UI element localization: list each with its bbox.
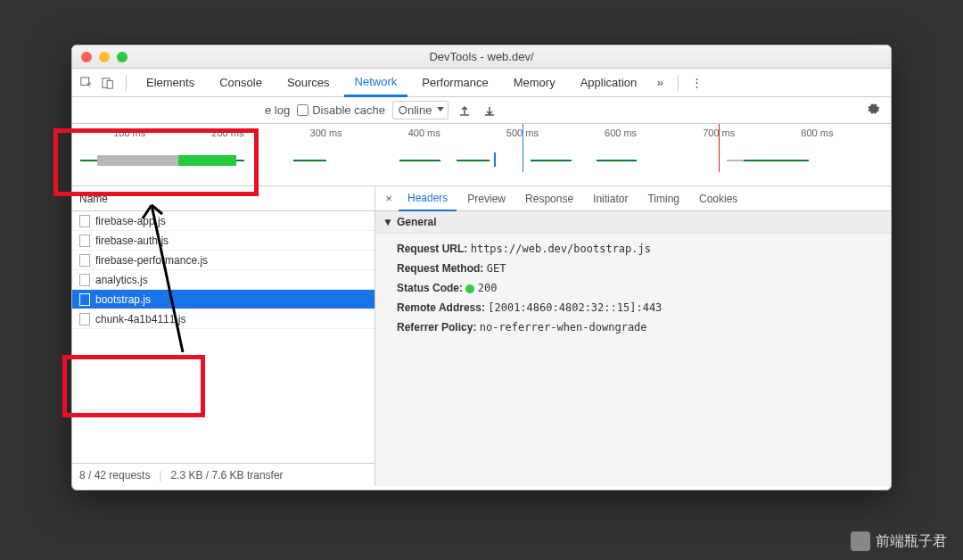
timeline-overview[interactable]: 100 ms 200 ms 300 ms 400 ms 500 ms 600 m…	[72, 124, 891, 186]
watermark: 前端瓶子君	[851, 531, 947, 551]
detail-tab-timing[interactable]: Timing	[638, 186, 688, 211]
network-toolbar: e log Disable cache Online	[72, 97, 891, 124]
disclosure-triangle-icon: ▼	[383, 216, 393, 228]
chevron-down-icon	[437, 107, 444, 111]
divider	[126, 75, 127, 91]
settings-gear-icon[interactable]	[866, 102, 884, 119]
load-marker	[523, 124, 523, 172]
timing-bar	[178, 155, 235, 166]
detail-panel: × Headers Preview Response Initiator Tim…	[375, 186, 891, 486]
wechat-icon	[851, 531, 870, 551]
dom-marker	[719, 124, 720, 172]
detail-tab-initiator[interactable]: Initiator	[584, 186, 637, 211]
headers-body: ▼General Request URL: https://web.dev/bo…	[375, 211, 891, 486]
devtools-tabs: Elements Console Sources Network Perform…	[72, 69, 891, 97]
request-row[interactable]: chunk-4a1b4111.js	[72, 309, 374, 329]
preserve-log-label: e log	[265, 103, 290, 117]
detail-tabs: × Headers Preview Response Initiator Tim…	[375, 186, 891, 211]
svg-rect-2	[107, 80, 112, 88]
header-row: Request Method: GET	[384, 259, 882, 278]
request-list: firebase-app.js firebase-auth.js firebas…	[72, 211, 374, 463]
file-icon	[79, 293, 90, 306]
request-row[interactable]: firebase-app.js	[72, 211, 374, 231]
detail-tab-cookies[interactable]: Cookies	[690, 186, 746, 211]
download-icon[interactable]	[481, 102, 498, 119]
header-row: Status Code: 200	[384, 278, 882, 298]
request-row[interactable]: bootstrap.js	[72, 290, 374, 309]
devtools-window: DevTools - web.dev/ Elements Console Sou…	[71, 45, 892, 490]
file-icon	[79, 215, 90, 227]
file-icon	[79, 254, 90, 267]
header-row: Referrer Policy: no-referrer-when-downgr…	[384, 317, 882, 337]
window-title: DevTools - web.dev/	[72, 50, 891, 63]
timeline-bars	[72, 145, 891, 172]
detail-tab-preview[interactable]: Preview	[458, 186, 514, 211]
disable-cache-checkbox[interactable]: Disable cache	[297, 103, 385, 117]
general-section-header[interactable]: ▼General	[375, 211, 891, 234]
request-row[interactable]: analytics.js	[72, 270, 374, 290]
content-area: Name firebase-app.js firebase-auth.js fi…	[72, 186, 891, 486]
file-icon	[79, 313, 90, 325]
request-list-panel: Name firebase-app.js firebase-auth.js fi…	[72, 186, 375, 486]
timing-bar	[97, 155, 179, 166]
detail-tab-response[interactable]: Response	[516, 186, 582, 211]
inspect-icon[interactable]	[78, 74, 95, 92]
close-detail-icon[interactable]: ×	[381, 192, 397, 205]
throttle-select[interactable]: Online	[392, 101, 449, 119]
file-icon	[79, 235, 90, 247]
tab-console[interactable]: Console	[209, 69, 273, 97]
more-tabs-icon[interactable]: »	[651, 74, 669, 92]
tab-sources[interactable]: Sources	[276, 69, 341, 97]
status-dot-icon	[465, 284, 474, 293]
tab-memory[interactable]: Memory	[503, 69, 566, 97]
tab-performance[interactable]: Performance	[411, 69, 498, 97]
column-header-name[interactable]: Name	[72, 186, 374, 211]
detail-tab-headers[interactable]: Headers	[399, 186, 457, 211]
titlebar: DevTools - web.dev/	[72, 45, 891, 69]
tab-application[interactable]: Application	[570, 69, 648, 97]
tab-elements[interactable]: Elements	[136, 69, 205, 97]
status-bar: 8 / 42 requests | 2.3 KB / 7.6 KB transf…	[72, 463, 374, 486]
device-toggle-icon[interactable]	[99, 74, 117, 92]
header-row: Request URL: https://web.dev/bootstrap.j…	[384, 239, 882, 259]
divider	[678, 75, 679, 91]
upload-icon[interactable]	[456, 102, 473, 119]
timing-bar	[494, 152, 496, 167]
header-row: Remote Address: [2001:4860:4802:32::15]:…	[384, 298, 882, 317]
request-row[interactable]: firebase-performance.js	[72, 251, 374, 270]
request-row[interactable]: firebase-auth.js	[72, 231, 374, 251]
kebab-menu-icon[interactable]: ⋮	[687, 74, 705, 92]
file-icon	[79, 274, 90, 286]
tab-network[interactable]: Network	[344, 69, 408, 97]
